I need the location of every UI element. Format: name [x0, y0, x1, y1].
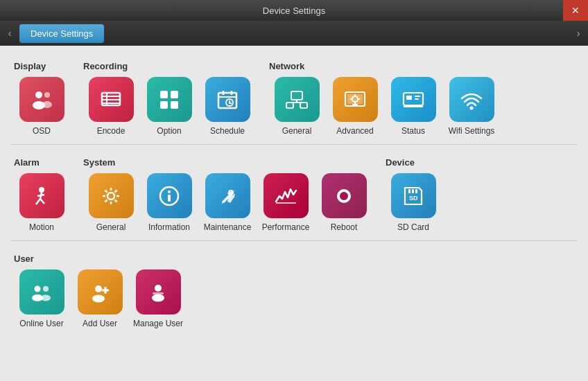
schedule-item[interactable]: Schedule [200, 77, 255, 136]
system-label: System [83, 157, 372, 168]
add-user-item[interactable]: Add User [72, 269, 128, 328]
motion-item[interactable]: Motion [14, 173, 69, 232]
svg-rect-12 [171, 101, 178, 109]
general-sys-item[interactable]: General [83, 173, 139, 232]
device-items: SD SD Card [386, 173, 441, 232]
svg-point-40 [470, 106, 474, 109]
section-user: User Online User [11, 247, 577, 331]
svg-point-69 [41, 294, 51, 301]
svg-rect-57 [168, 195, 171, 202]
group-device: Device SD SD Card [386, 157, 441, 232]
status-item[interactable]: Status [386, 77, 441, 136]
motion-icon-box [19, 173, 64, 218]
osd-label: OSD [33, 126, 51, 136]
encode-icon-box [89, 77, 134, 122]
svg-rect-64 [415, 189, 417, 193]
sdcard-label: SD Card [397, 222, 429, 232]
advanced-icon-box [333, 77, 378, 122]
user-section-label: User [14, 254, 186, 264]
network-items: General [269, 77, 499, 136]
group-network: Network G [269, 61, 499, 136]
option-label: Option [157, 126, 181, 136]
svg-line-52 [115, 200, 117, 202]
manage-user-item[interactable]: Manage User [130, 269, 186, 328]
add-user-label: Add User [83, 319, 117, 328]
sdcard-item[interactable]: SD SD Card [386, 173, 441, 232]
reboot-label: Reboot [331, 222, 358, 232]
tab-right-arrow[interactable]: › [571, 23, 585, 44]
svg-point-46 [107, 193, 114, 200]
close-button[interactable]: ✕ [563, 0, 588, 21]
svg-rect-9 [160, 91, 168, 98]
svg-point-68 [43, 286, 49, 292]
option-icon-box [147, 77, 192, 122]
svg-rect-38 [415, 96, 420, 97]
svg-rect-18 [291, 91, 302, 100]
tab-left-arrow[interactable]: ‹ [3, 23, 17, 44]
svg-point-70 [95, 285, 102, 292]
window-title: Device Settings [263, 6, 325, 16]
svg-point-0 [35, 91, 42, 98]
maintenance-label: Maintenance [204, 222, 252, 232]
group-system: System [83, 157, 372, 232]
svg-rect-63 [412, 189, 414, 193]
online-user-item[interactable]: Online User [14, 269, 69, 328]
information-icon-box [147, 173, 192, 218]
performance-label: Performance [262, 222, 310, 232]
group-display: Display OSD [14, 61, 69, 136]
online-user-icon-box [19, 269, 64, 314]
status-label: Status [401, 126, 425, 136]
maintenance-icon-box [205, 173, 250, 218]
schedule-label: Schedule [210, 126, 245, 136]
svg-point-2 [44, 92, 50, 98]
maintenance-item[interactable]: Maintenance [200, 173, 255, 232]
display-items: OSD [14, 77, 69, 136]
general-net-icon-box [275, 77, 320, 122]
performance-icon-box [263, 173, 309, 218]
tab-device-settings[interactable]: Device Settings [19, 24, 104, 43]
group-user: User Online User [14, 254, 186, 328]
option-item[interactable]: Option [141, 77, 197, 136]
user-items: Online User Add User [14, 269, 186, 328]
svg-rect-37 [406, 96, 412, 100]
general-sys-icon-box [89, 173, 134, 218]
wifi-icon-box [449, 77, 494, 122]
general-net-item[interactable]: General [269, 77, 325, 136]
motion-label: Motion [29, 222, 54, 232]
section-row-3: User Online User [14, 254, 574, 328]
divider-1 [11, 144, 577, 145]
advanced-label: Advanced [336, 126, 373, 136]
advanced-item[interactable]: Advanced [327, 77, 383, 136]
encode-item[interactable]: Encode [83, 77, 139, 136]
svg-line-44 [40, 199, 44, 204]
svg-line-43 [36, 199, 40, 204]
svg-line-53 [115, 190, 117, 192]
group-alarm: Alarm Moti [14, 157, 69, 232]
svg-point-41 [39, 187, 44, 193]
svg-rect-10 [171, 91, 178, 98]
osd-icon-box [19, 77, 64, 122]
manage-user-icon-box [136, 269, 181, 314]
wifi-item[interactable]: Wifi Settings [444, 77, 499, 136]
svg-text:SD: SD [409, 195, 418, 202]
alarm-label: Alarm [14, 157, 69, 168]
encode-label: Encode [97, 126, 126, 136]
performance-item[interactable]: Performance [258, 173, 313, 232]
status-icon-box [391, 77, 436, 122]
general-net-label: General [282, 126, 312, 136]
wifi-label: Wifi Settings [449, 126, 495, 136]
device-label: Device [386, 157, 441, 168]
information-item[interactable]: Information [141, 173, 197, 232]
alarm-items: Motion [14, 173, 69, 232]
main-content: Display OSD [0, 46, 588, 381]
svg-point-75 [152, 294, 164, 301]
group-recording: Recording Encode [83, 61, 255, 136]
svg-point-71 [92, 294, 105, 302]
svg-point-3 [42, 101, 52, 108]
svg-rect-39 [415, 98, 419, 100]
svg-line-51 [105, 190, 107, 192]
osd-item[interactable]: OSD [14, 77, 69, 136]
online-user-label: Online User [19, 319, 63, 328]
svg-point-66 [35, 285, 41, 292]
reboot-item[interactable]: Reboot [316, 173, 372, 232]
